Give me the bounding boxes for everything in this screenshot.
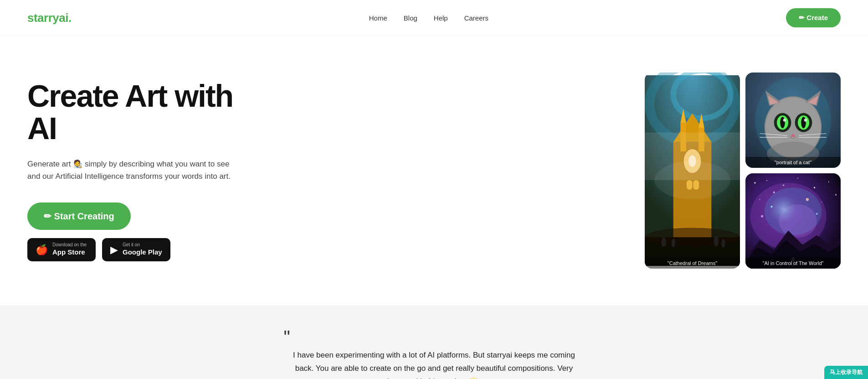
apple-icon: 🍎 (36, 244, 48, 256)
svg-point-45 (766, 180, 767, 181)
hero-content: Create Art with AI Generate art 🧑‍🎨 simp… (27, 80, 264, 261)
svg-point-18 (721, 239, 725, 247)
cathedral-label: "Cathedral of Dreams" (645, 258, 740, 269)
svg-point-14 (645, 228, 740, 247)
space-label: "AI in Control of The World" (745, 258, 841, 269)
svg-point-16 (672, 239, 675, 247)
art-card-cathedral: "Cathedral of Dreams" (645, 73, 740, 269)
art-card-cat: "portrait of a cat" (745, 73, 841, 168)
play-icon: ▶ (110, 244, 118, 256)
svg-point-62 (770, 206, 772, 208)
nav-home[interactable]: Home (369, 14, 387, 22)
app-store-large-text: App Store (52, 247, 87, 257)
hero-title: Create Art with AI (27, 80, 264, 145)
svg-point-47 (797, 177, 798, 178)
nav-help[interactable]: Help (434, 14, 448, 22)
svg-point-50 (835, 194, 837, 195)
svg-point-15 (662, 237, 666, 247)
svg-point-17 (714, 236, 719, 246)
svg-point-35 (783, 119, 786, 121)
testimonial-text: I have been experimenting with a lot of … (284, 349, 585, 379)
quote-mark-open: " (284, 332, 585, 342)
svg-point-48 (814, 187, 815, 188)
nav-blog[interactable]: Blog (404, 14, 417, 22)
svg-point-49 (828, 182, 829, 182)
cat-label: "portrait of a cat" (745, 157, 841, 168)
testimonial-section: " I have been experimenting with a lot o… (0, 305, 868, 379)
svg-point-63 (806, 198, 809, 201)
logo-text: starryai (27, 11, 68, 25)
start-creating-button[interactable]: ✏ Start Creating (27, 202, 131, 230)
site-logo: starryai. (27, 11, 72, 25)
navbar: starryai. Home Blog Help Careers ✏ Creat… (0, 0, 868, 36)
hero-cta: ✏ Start Creating 🍎 Download on the App S… (27, 202, 264, 261)
svg-point-44 (754, 182, 755, 183)
store-buttons: 🍎 Download on the App Store ▶ Get it on … (27, 238, 170, 261)
google-play-button[interactable]: ▶ Get it on Google Play (102, 238, 170, 261)
svg-point-57 (769, 195, 798, 223)
app-store-small-text: Download on the (52, 243, 87, 247)
svg-point-36 (804, 119, 807, 121)
google-play-large-text: Google Play (123, 247, 162, 257)
hero-images: "Cathedral of Dreams" (645, 73, 841, 269)
svg-point-64 (816, 213, 818, 215)
google-play-small-text: Get it on (123, 243, 162, 247)
svg-point-65 (761, 215, 763, 217)
nav-links: Home Blog Help Careers (369, 14, 488, 22)
create-button[interactable]: ✏ Create (786, 8, 841, 27)
hero-section: Create Art with AI Generate art 🧑‍🎨 simp… (0, 36, 868, 305)
nav-careers[interactable]: Careers (464, 14, 488, 22)
art-card-space: "AI in Control of The World" (745, 173, 841, 269)
svg-point-33 (780, 117, 785, 128)
app-store-button[interactable]: 🍎 Download on the App Store (27, 238, 96, 261)
svg-point-20 (654, 161, 730, 199)
svg-point-34 (801, 117, 806, 128)
corner-badge: 马上收录导航 (824, 366, 868, 379)
hero-subtitle: Generate art 🧑‍🎨 simply by describing wh… (27, 158, 237, 182)
